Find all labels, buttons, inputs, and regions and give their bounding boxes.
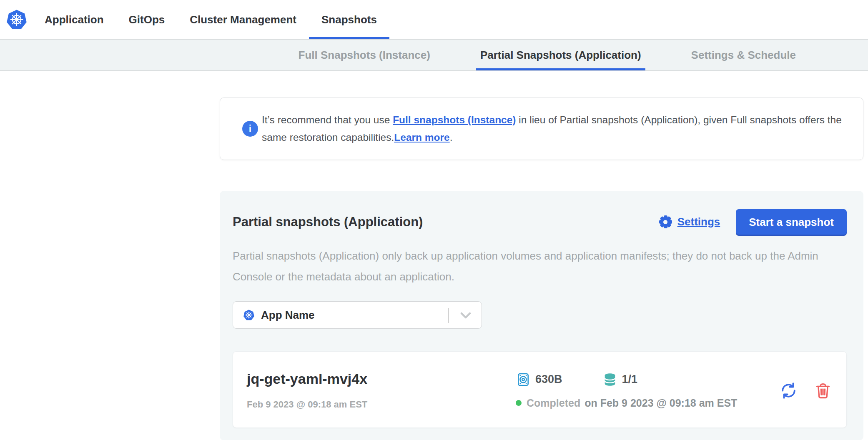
page-content: i It’s recommend that you use Full snaps… [220, 98, 863, 440]
snapshot-finished-at: on Feb 9 2023 @ 09:18 am EST [585, 397, 737, 409]
tab-full-snapshots[interactable]: Full Snapshots (Instance) [294, 40, 434, 70]
info-banner: i It’s recommend that you use Full snaps… [220, 98, 863, 160]
select-divider [448, 308, 449, 323]
tab-partial-snapshots[interactable]: Partial Snapshots (Application) [476, 40, 645, 70]
banner-text-3: . [450, 132, 453, 143]
snapshot-status-row: Completed on Feb 9 2023 @ 09:18 am EST [516, 397, 779, 409]
tab-settings-schedule[interactable]: Settings & Schedule [687, 40, 800, 70]
snapshot-started-at: Feb 9 2023 @ 09:18 am EST [247, 399, 516, 410]
nav-item-gitops[interactable]: GitOps [116, 0, 178, 39]
snapshot-status: Completed [527, 397, 580, 409]
snapshots-tabbar: Full Snapshots (Instance) Partial Snapsh… [0, 39, 868, 71]
panel-title: Partial snapshots (Application) [233, 215, 659, 230]
trash-icon [814, 382, 832, 399]
full-snapshots-link[interactable]: Full snapshots (Instance) [393, 114, 516, 125]
snapshot-volumes: 1/1 [622, 373, 638, 386]
app-select-value: App Name [261, 309, 315, 322]
nav-item-application[interactable]: Application [32, 0, 116, 39]
nav-item-cluster-management[interactable]: Cluster Management [177, 0, 309, 39]
main-nav: Application GitOps Cluster Management Sn… [32, 0, 389, 39]
settings-link-label: Settings [677, 215, 720, 228]
restore-snapshot-button[interactable] [779, 381, 798, 400]
banner-text-1: It’s recommend that you use [262, 114, 393, 125]
panel-description: Partial snapshots (Application) only bac… [233, 245, 841, 287]
status-dot-icon [516, 400, 522, 406]
disk-icon [516, 372, 531, 387]
snapshot-size: 630B [535, 373, 562, 386]
learn-more-link[interactable]: Learn more [394, 132, 449, 143]
snapshot-stats: 630B 1/1 [516, 372, 779, 387]
database-icon [602, 372, 617, 387]
gear-icon [659, 215, 672, 228]
snapshot-details: 630B 1/1 Completed o [516, 372, 779, 409]
snapshot-size-stat: 630B [516, 372, 562, 387]
kubernetes-logo-icon [6, 9, 28, 30]
start-snapshot-button[interactable]: Start a snapshot [736, 209, 847, 235]
settings-link[interactable]: Settings [659, 215, 720, 228]
info-banner-text: It’s recommend that you use Full snapsho… [262, 111, 846, 146]
snapshot-actions [779, 381, 833, 400]
kubernetes-app-icon [243, 309, 255, 321]
info-icon: i [242, 121, 258, 137]
snapshot-row: jq-get-yaml-mvj4x Feb 9 2023 @ 09:18 am … [233, 351, 847, 428]
snapshot-info: jq-get-yaml-mvj4x Feb 9 2023 @ 09:18 am … [247, 371, 516, 410]
app-name-select[interactable]: App Name [233, 301, 482, 329]
restore-icon [779, 381, 798, 400]
snapshot-name: jq-get-yaml-mvj4x [247, 371, 516, 387]
app-header: Application GitOps Cluster Management Sn… [0, 0, 868, 39]
nav-item-snapshots[interactable]: Snapshots [309, 0, 389, 39]
chevron-down-icon [460, 312, 471, 320]
delete-snapshot-button[interactable] [814, 382, 832, 399]
snapshot-volumes-stat: 1/1 [602, 372, 638, 387]
partial-snapshots-panel: Partial snapshots (Application) Settings… [220, 191, 863, 440]
kubernetes-logo[interactable] [0, 0, 28, 39]
panel-header: Partial snapshots (Application) Settings… [233, 209, 847, 235]
